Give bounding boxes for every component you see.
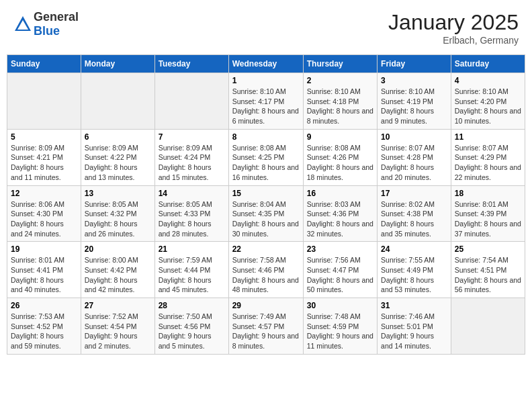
calendar-cell: 9Sunrise: 8:08 AM Sunset: 4:26 PM Daylig… <box>303 129 377 185</box>
calendar-cell: 31Sunrise: 7:46 AM Sunset: 5:01 PM Dayli… <box>378 298 451 355</box>
day-number: 8 <box>232 132 300 142</box>
calendar-week-row: 12Sunrise: 8:06 AM Sunset: 4:30 PM Dayli… <box>7 185 525 242</box>
calendar-cell: 6Sunrise: 8:09 AM Sunset: 4:22 PM Daylig… <box>81 129 154 185</box>
day-info: Sunrise: 7:59 AM Sunset: 4:44 PM Dayligh… <box>159 255 225 295</box>
day-info: Sunrise: 8:07 AM Sunset: 4:28 PM Dayligh… <box>381 143 447 183</box>
day-number: 30 <box>307 301 373 310</box>
day-info: Sunrise: 8:01 AM Sunset: 4:39 PM Dayligh… <box>455 199 521 239</box>
weekday-header-tuesday: Tuesday <box>154 55 228 73</box>
day-number: 26 <box>11 301 77 310</box>
calendar-week-row: 1Sunrise: 8:10 AM Sunset: 4:17 PM Daylig… <box>7 73 525 130</box>
day-number: 4 <box>455 76 521 85</box>
calendar-week-row: 5Sunrise: 8:09 AM Sunset: 4:21 PM Daylig… <box>7 129 525 185</box>
calendar-cell: 19Sunrise: 8:01 AM Sunset: 4:41 PM Dayli… <box>7 242 81 298</box>
logo-text-blue: Blue <box>34 24 60 38</box>
weekday-header-monday: Monday <box>81 55 154 73</box>
day-number: 14 <box>159 189 225 198</box>
day-info: Sunrise: 8:07 AM Sunset: 4:29 PM Dayligh… <box>455 143 521 183</box>
logo: General Blue <box>13 10 79 38</box>
day-info: Sunrise: 7:56 AM Sunset: 4:47 PM Dayligh… <box>307 255 373 295</box>
day-number: 25 <box>455 244 521 254</box>
day-info: Sunrise: 8:09 AM Sunset: 4:21 PM Dayligh… <box>11 143 77 183</box>
calendar-cell: 14Sunrise: 8:05 AM Sunset: 4:33 PM Dayli… <box>154 185 228 242</box>
calendar-cell: 22Sunrise: 7:58 AM Sunset: 4:46 PM Dayli… <box>228 242 303 298</box>
calendar-cell: 23Sunrise: 7:56 AM Sunset: 4:47 PM Dayli… <box>303 242 377 298</box>
day-info: Sunrise: 8:08 AM Sunset: 4:25 PM Dayligh… <box>232 143 300 183</box>
calendar-cell: 28Sunrise: 7:50 AM Sunset: 4:56 PM Dayli… <box>154 298 228 355</box>
calendar-cell: 12Sunrise: 8:06 AM Sunset: 4:30 PM Dayli… <box>7 185 81 242</box>
day-info: Sunrise: 8:10 AM Sunset: 4:18 PM Dayligh… <box>307 87 373 126</box>
calendar-cell: 16Sunrise: 8:03 AM Sunset: 4:36 PM Dayli… <box>303 185 377 242</box>
day-number: 1 <box>232 76 300 85</box>
day-number: 22 <box>232 244 300 254</box>
day-info: Sunrise: 8:10 AM Sunset: 4:19 PM Dayligh… <box>381 87 447 126</box>
weekday-header-wednesday: Wednesday <box>228 55 303 73</box>
calendar-cell: 20Sunrise: 8:00 AM Sunset: 4:42 PM Dayli… <box>81 242 154 298</box>
day-info: Sunrise: 8:10 AM Sunset: 4:20 PM Dayligh… <box>455 87 521 126</box>
weekday-header-row: SundayMondayTuesdayWednesdayThursdayFrid… <box>7 55 525 73</box>
calendar-cell <box>154 73 228 130</box>
weekday-header-saturday: Saturday <box>451 55 525 73</box>
calendar-cell: 10Sunrise: 8:07 AM Sunset: 4:28 PM Dayli… <box>378 129 451 185</box>
calendar-week-row: 26Sunrise: 7:53 AM Sunset: 4:52 PM Dayli… <box>7 298 525 355</box>
day-number: 29 <box>232 301 300 310</box>
day-number: 17 <box>381 189 447 198</box>
day-number: 13 <box>85 189 151 198</box>
calendar-cell: 27Sunrise: 7:52 AM Sunset: 4:54 PM Dayli… <box>81 298 154 355</box>
calendar-cell: 17Sunrise: 8:02 AM Sunset: 4:38 PM Dayli… <box>378 185 451 242</box>
day-number: 3 <box>381 76 447 85</box>
calendar-cell: 15Sunrise: 8:04 AM Sunset: 4:35 PM Dayli… <box>228 185 303 242</box>
calendar-cell: 18Sunrise: 8:01 AM Sunset: 4:39 PM Dayli… <box>451 185 525 242</box>
day-number: 31 <box>381 301 447 310</box>
day-info: Sunrise: 7:55 AM Sunset: 4:49 PM Dayligh… <box>381 255 447 295</box>
day-info: Sunrise: 8:05 AM Sunset: 4:32 PM Dayligh… <box>85 199 151 239</box>
day-info: Sunrise: 7:54 AM Sunset: 4:51 PM Dayligh… <box>455 255 521 295</box>
day-number: 27 <box>85 301 151 310</box>
day-info: Sunrise: 8:09 AM Sunset: 4:22 PM Dayligh… <box>85 143 151 183</box>
calendar-cell: 7Sunrise: 8:09 AM Sunset: 4:24 PM Daylig… <box>154 129 228 185</box>
calendar-cell: 5Sunrise: 8:09 AM Sunset: 4:21 PM Daylig… <box>7 129 81 185</box>
calendar-table: SundayMondayTuesdayWednesdayThursdayFrid… <box>7 54 525 355</box>
day-info: Sunrise: 7:52 AM Sunset: 4:54 PM Dayligh… <box>85 312 151 351</box>
calendar-cell: 8Sunrise: 8:08 AM Sunset: 4:25 PM Daylig… <box>228 129 303 185</box>
calendar-cell <box>451 298 525 355</box>
day-info: Sunrise: 8:06 AM Sunset: 4:30 PM Dayligh… <box>11 199 77 239</box>
day-info: Sunrise: 7:50 AM Sunset: 4:56 PM Dayligh… <box>159 312 225 351</box>
calendar-cell: 26Sunrise: 7:53 AM Sunset: 4:52 PM Dayli… <box>7 298 81 355</box>
location: Erlbach, Germany <box>388 35 519 46</box>
weekday-header-friday: Friday <box>378 55 451 73</box>
calendar-week-row: 19Sunrise: 8:01 AM Sunset: 4:41 PM Dayli… <box>7 242 525 298</box>
day-number: 2 <box>307 76 373 85</box>
page-header: General Blue January 2025 Erlbach, Germa… <box>7 7 525 49</box>
title-block: January 2025 Erlbach, Germany <box>388 10 519 46</box>
day-info: Sunrise: 8:03 AM Sunset: 4:36 PM Dayligh… <box>307 199 373 239</box>
calendar-cell: 29Sunrise: 7:49 AM Sunset: 4:57 PM Dayli… <box>228 298 303 355</box>
calendar-cell: 25Sunrise: 7:54 AM Sunset: 4:51 PM Dayli… <box>451 242 525 298</box>
weekday-header-thursday: Thursday <box>303 55 377 73</box>
day-info: Sunrise: 8:00 AM Sunset: 4:42 PM Dayligh… <box>85 255 151 295</box>
calendar-cell: 1Sunrise: 8:10 AM Sunset: 4:17 PM Daylig… <box>228 73 303 130</box>
day-number: 16 <box>307 189 373 198</box>
calendar-cell: 11Sunrise: 8:07 AM Sunset: 4:29 PM Dayli… <box>451 129 525 185</box>
day-info: Sunrise: 7:48 AM Sunset: 4:59 PM Dayligh… <box>307 312 373 351</box>
calendar-cell: 13Sunrise: 8:05 AM Sunset: 4:32 PM Dayli… <box>81 185 154 242</box>
day-info: Sunrise: 8:08 AM Sunset: 4:26 PM Dayligh… <box>307 143 373 183</box>
day-number: 15 <box>232 189 300 198</box>
day-info: Sunrise: 7:58 AM Sunset: 4:46 PM Dayligh… <box>232 255 300 295</box>
day-number: 19 <box>11 244 77 254</box>
day-info: Sunrise: 7:53 AM Sunset: 4:52 PM Dayligh… <box>11 312 77 351</box>
day-info: Sunrise: 8:02 AM Sunset: 4:38 PM Dayligh… <box>381 199 447 239</box>
logo-text-general: General <box>34 10 79 24</box>
day-info: Sunrise: 7:46 AM Sunset: 5:01 PM Dayligh… <box>381 312 447 351</box>
day-info: Sunrise: 8:10 AM Sunset: 4:17 PM Dayligh… <box>232 87 300 126</box>
calendar-cell <box>81 73 154 130</box>
day-number: 11 <box>455 132 521 142</box>
calendar-cell: 4Sunrise: 8:10 AM Sunset: 4:20 PM Daylig… <box>451 73 525 130</box>
day-number: 23 <box>307 244 373 254</box>
day-number: 20 <box>85 244 151 254</box>
logo-icon <box>13 15 32 34</box>
weekday-header-sunday: Sunday <box>7 55 81 73</box>
day-number: 10 <box>381 132 447 142</box>
day-info: Sunrise: 8:05 AM Sunset: 4:33 PM Dayligh… <box>159 199 225 239</box>
calendar-cell: 24Sunrise: 7:55 AM Sunset: 4:49 PM Dayli… <box>378 242 451 298</box>
